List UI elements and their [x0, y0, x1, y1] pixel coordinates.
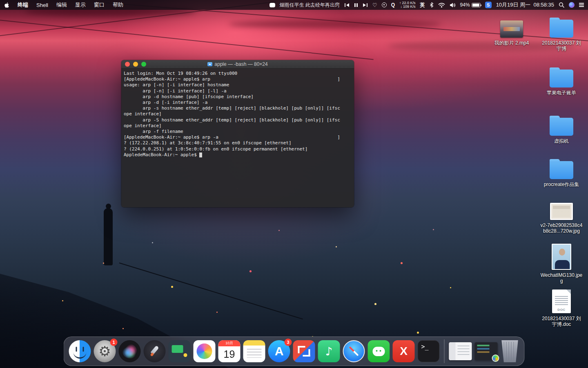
qqmusic-tray-icon[interactable]: Q: [391, 2, 395, 8]
input-method-indicator[interactable]: 英: [420, 2, 425, 9]
dock-qq-music[interactable]: ♪: [318, 340, 340, 362]
calendar-month: 10月: [218, 340, 241, 346]
menu-help[interactable]: 帮助: [109, 0, 127, 10]
down-arrow-icon: ↓: [401, 5, 403, 9]
siri-icon[interactable]: [569, 2, 575, 8]
dock-photos[interactable]: [194, 340, 216, 362]
close-button[interactable]: [125, 62, 130, 67]
terminal-titlebar[interactable]: apple — -bash — 80×24: [121, 60, 354, 69]
terminal-glyph: >_: [421, 343, 429, 350]
menu-shell[interactable]: Shell: [32, 0, 52, 10]
net-down-value: 109 K/s: [403, 5, 416, 9]
notification-center-icon[interactable]: [579, 3, 584, 7]
wechat-tray-icon[interactable]: [270, 3, 275, 7]
desktop-icon-folder-liuyubo[interactable]: 201821430037 刘宇博: [540, 15, 583, 52]
dock-x-app[interactable]: X: [393, 340, 415, 362]
dock-wechat[interactable]: [368, 340, 390, 362]
dock-system-preferences[interactable]: ⚙ 1: [94, 340, 116, 362]
terminal-prompt: AppledeMacBook-Air:~ apple$: [124, 152, 199, 158]
menu-clock[interactable]: 10月19日 周一 08:58:35: [496, 1, 554, 9]
dock-calendar[interactable]: 10月 19: [218, 340, 241, 362]
folder-icon: [550, 70, 573, 88]
folder-icon: [550, 20, 573, 38]
dock-terminal[interactable]: >_: [418, 340, 440, 362]
network-speed-indicator[interactable]: ↑22.0 K/s ↓109 K/s: [399, 1, 416, 9]
app-store-glyph: A: [275, 344, 284, 358]
desktop-icon-folder-procreate[interactable]: procreate作品集: [540, 156, 583, 187]
dock-siri[interactable]: [119, 340, 141, 362]
dock-app-store[interactable]: A 3: [268, 340, 290, 362]
now-playing-title[interactable]: 烟雨任平生 此去经年再出窍: [280, 2, 340, 9]
zoom-button[interactable]: [141, 62, 146, 67]
battery-icon: [472, 3, 481, 7]
dock-remote-app[interactable]: [293, 340, 315, 362]
battery-percent: 94%: [460, 2, 470, 8]
lyrics-disc-icon[interactable]: [382, 2, 387, 7]
desktop-icon-folder-apple-bill[interactable]: 苹果电子账单: [540, 65, 583, 96]
desktop-icon-doc[interactable]: DOC 201821430037 刘宇博.doc: [540, 287, 583, 327]
desktop-icon-folder-vm[interactable]: 虚拟机: [540, 113, 583, 144]
menu-edit[interactable]: 编辑: [52, 0, 71, 10]
dock-notes[interactable]: [243, 340, 265, 362]
spotlight-search-icon[interactable]: [559, 2, 564, 8]
desktop-icon-jpg[interactable]: v2-7eb29082538c4b8c28...720w.jpg: [540, 199, 583, 234]
battery-indicator[interactable]: 94%: [460, 2, 481, 8]
menu-app-name[interactable]: 终端: [13, 0, 32, 10]
folder-icon: [550, 118, 573, 136]
menu-bar: 终端 Shell 编辑 显示 窗口 帮助 烟雨任平生 此去经年再出窍 ♡ Q ↑…: [0, 0, 588, 10]
terminal-cursor: [199, 153, 202, 157]
dock: ⚙ 1 10月 19 A 3 ♪ X >_: [64, 337, 525, 366]
desktop-icon-video[interactable]: 我的影片 2.mp4: [490, 15, 533, 46]
colorful-badge-icon: [492, 355, 499, 362]
folder-icon: [550, 161, 573, 179]
desktop: 终端 Shell 编辑 显示 窗口 帮助 烟雨任平生 此去经年再出窍 ♡ Q ↑…: [0, 0, 588, 368]
desktop-icon-jpeg-portrait[interactable]: WechatIMG130.jpeg: [540, 240, 583, 284]
terminal-window: apple — -bash — 80×24 Last login: Mon Oc…: [121, 60, 354, 207]
menu-view[interactable]: 显示: [71, 0, 90, 10]
video-thumbnail: [500, 20, 523, 38]
calendar-day: 19: [218, 346, 241, 362]
volume-icon[interactable]: [450, 2, 456, 8]
music-note-icon: ♪: [325, 345, 333, 358]
x-app-glyph: X: [400, 345, 408, 358]
next-track-icon[interactable]: [363, 3, 368, 7]
dock-finder[interactable]: [69, 340, 91, 362]
apple-logo-icon: [4, 2, 9, 8]
dock-launchpad-rocket[interactable]: [144, 340, 166, 362]
terminal-output: Last login: Mon Oct 19 08:49:26 on ttys0…: [124, 71, 352, 152]
previous-track-icon[interactable]: [344, 3, 350, 7]
menu-window[interactable]: 窗口: [90, 0, 109, 10]
doc-file-icon: DOC: [552, 289, 571, 313]
terminal-window-title: apple — -bash — 80×24: [214, 61, 267, 67]
favorite-heart-icon[interactable]: ♡: [372, 2, 377, 8]
image-thumbnail: [550, 203, 573, 220]
terminal-body[interactable]: Last login: Mon Oct 19 08:49:26 on ttys0…: [121, 69, 354, 207]
wifi-icon[interactable]: [438, 2, 445, 8]
dock-separator: [444, 339, 445, 363]
notification-badge: 3: [285, 339, 292, 346]
gear-icon: ⚙: [98, 344, 111, 358]
chat-bubble-icon: [373, 347, 385, 356]
mast-silhouette: [119, 263, 303, 319]
minimize-button[interactable]: [133, 62, 138, 67]
portrait-thumbnail: [552, 244, 571, 270]
minimized-window-2[interactable]: [475, 342, 498, 360]
sogou-input-icon[interactable]: S: [485, 2, 492, 8]
dock-safari[interactable]: [343, 340, 365, 362]
dock-screen-app[interactable]: [169, 340, 191, 362]
home-folder-icon: [207, 62, 212, 66]
person-silhouette: [102, 204, 114, 265]
cloud: [229, 20, 441, 29]
pause-icon[interactable]: [354, 3, 358, 7]
apple-menu[interactable]: [0, 0, 13, 10]
dock-trash[interactable]: [501, 340, 519, 362]
notification-badge: 1: [110, 339, 118, 346]
bluetooth-icon[interactable]: [430, 2, 434, 8]
minimized-window-1[interactable]: [449, 342, 472, 360]
